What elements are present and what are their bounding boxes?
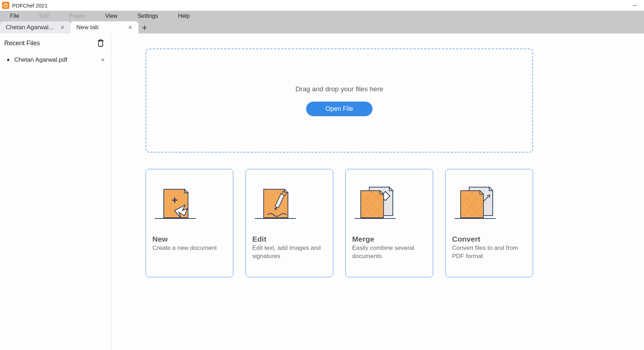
svg-rect-1 xyxy=(98,41,103,46)
bullet-icon xyxy=(7,59,9,61)
dropzone-text: Drag and drop your files here xyxy=(295,85,383,93)
edit-document-icon xyxy=(252,179,326,222)
menu-view[interactable]: View xyxy=(95,11,127,21)
card-title: New xyxy=(152,235,227,243)
card-merge[interactable]: Merge Easily combine several documents xyxy=(345,169,433,277)
tab-document[interactable]: Chetan Agarwal... × xyxy=(0,21,71,34)
sidebar: Recent Files Chetan Agarwal.pdf × xyxy=(0,34,111,350)
card-title: Merge xyxy=(352,235,426,243)
svg-text:+: + xyxy=(172,194,178,206)
card-desc: Edit text, add images and signatures xyxy=(252,244,326,261)
open-file-button[interactable]: Open File xyxy=(306,102,372,116)
action-cards: + New Create a new document xyxy=(146,169,533,277)
menu-edit: Edit xyxy=(29,11,59,21)
card-convert[interactable]: Convert Convert files to and from PDF fo… xyxy=(445,169,533,277)
new-tab-button[interactable]: + xyxy=(138,21,151,34)
convert-documents-icon xyxy=(452,179,526,222)
clear-recent-button[interactable] xyxy=(96,38,105,48)
minimize-button[interactable] xyxy=(628,0,642,11)
tab-close-icon[interactable]: × xyxy=(59,24,66,31)
menu-file[interactable]: File xyxy=(0,11,29,21)
recent-file-name: Chetan Agarwal.pdf xyxy=(14,56,100,63)
recent-files-title: Recent Files xyxy=(4,40,40,47)
tab-newtab[interactable]: New tab × xyxy=(71,21,138,34)
recent-file-item[interactable]: Chetan Agarwal.pdf × xyxy=(4,54,110,66)
menu-help[interactable]: Help xyxy=(168,11,200,21)
tabsbar: Chetan Agarwal... × New tab × + xyxy=(0,21,644,34)
menubar: File Edit Pages View Settings Help xyxy=(0,11,644,21)
card-edit[interactable]: Edit Edit text, add images and signature… xyxy=(245,169,333,277)
svg-rect-3 xyxy=(100,40,102,41)
menu-settings[interactable]: Settings xyxy=(127,11,168,21)
chrome-bar: File Edit Pages View Settings Help Cheta… xyxy=(0,11,644,34)
tab-label: New tab xyxy=(76,24,124,31)
card-desc: Convert files to and from PDF format xyxy=(452,244,526,261)
card-desc: Create a new document xyxy=(152,244,227,252)
main: Recent Files Chetan Agarwal.pdf × Drag a… xyxy=(0,34,644,350)
app-icon xyxy=(2,2,9,9)
dropzone[interactable]: Drag and drop your files here Open File xyxy=(146,48,533,153)
tab-close-icon[interactable]: × xyxy=(127,24,133,31)
menu-pages: Pages xyxy=(59,11,95,21)
new-document-icon: + xyxy=(152,179,227,222)
app-title: PDFChef 2021 xyxy=(12,2,47,9)
sidebar-header: Recent Files xyxy=(4,38,110,48)
merge-documents-icon xyxy=(352,179,426,222)
titlebar: PDFChef 2021 xyxy=(0,0,644,11)
trash-icon xyxy=(97,39,104,47)
card-desc: Easily combine several documents xyxy=(352,244,426,261)
card-new[interactable]: + New Create a new document xyxy=(146,169,233,277)
tab-label: Chetan Agarwal... xyxy=(6,24,56,31)
content: Drag and drop your files here Open File … xyxy=(111,34,644,350)
recent-remove-icon[interactable]: × xyxy=(100,57,106,63)
card-title: Convert xyxy=(452,235,526,243)
card-title: Edit xyxy=(252,235,326,243)
